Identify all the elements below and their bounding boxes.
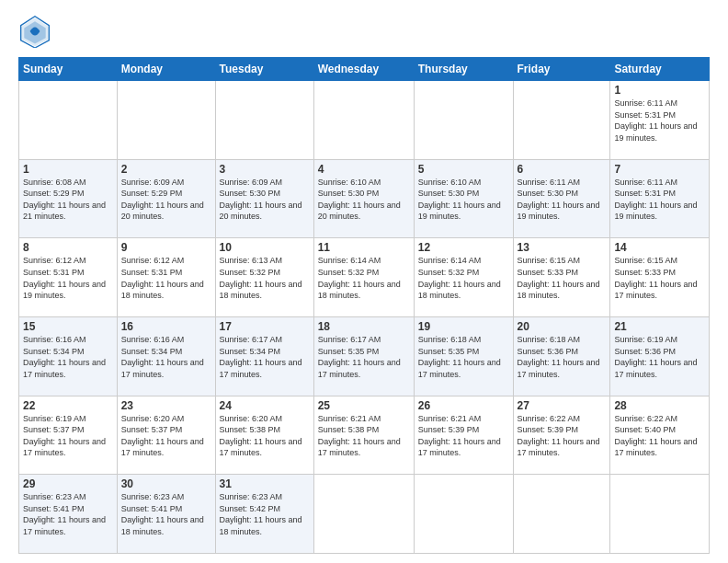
day-info: Sunrise: 6:22 AM Sunset: 5:40 PM Dayligh… [614,413,705,459]
sunset-label: Sunset: 5:30 PM [418,189,480,198]
calendar-cell: 31 Sunrise: 6:23 AM Sunset: 5:42 PM Dayl… [215,475,313,554]
sunset-label: Sunset: 5:32 PM [418,268,480,277]
daylight-label: Daylight: 11 hours and 20 minutes. [318,201,401,222]
sunset-label: Sunset: 5:37 PM [121,425,183,434]
daylight-label: Daylight: 11 hours and 17 minutes. [220,437,302,458]
day-info: Sunrise: 6:18 AM Sunset: 5:35 PM Dayligh… [418,334,509,380]
calendar-cell: 6 Sunrise: 6:11 AM Sunset: 5:30 PM Dayli… [513,159,610,238]
day-number: 7 [614,163,705,176]
daylight-label: Daylight: 11 hours and 18 minutes. [418,280,501,301]
calendar-header-monday: Monday [117,58,215,81]
sunrise-label: Sunrise: 6:22 AM [614,414,677,423]
calendar-week-1: 1 Sunrise: 6:11 AM Sunset: 5:31 PM Dayli… [19,81,710,160]
sunset-label: Sunset: 5:30 PM [220,189,281,198]
calendar-cell [215,81,313,160]
sunrise-label: Sunrise: 6:14 AM [418,256,482,265]
daylight-label: Daylight: 11 hours and 18 minutes. [220,280,302,301]
calendar-cell: 24 Sunrise: 6:20 AM Sunset: 5:38 PM Dayl… [215,396,313,475]
calendar-cell: 8 Sunrise: 6:12 AM Sunset: 5:31 PM Dayli… [19,238,118,317]
daylight-label: Daylight: 11 hours and 17 minutes. [121,437,204,458]
calendar-cell [313,475,414,554]
sunrise-label: Sunrise: 6:19 AM [23,414,86,423]
day-info: Sunrise: 6:09 AM Sunset: 5:29 PM Dayligh… [121,177,211,223]
daylight-label: Daylight: 11 hours and 17 minutes. [614,280,697,301]
header [18,15,710,48]
calendar-header-row: SundayMondayTuesdayWednesdayThursdayFrid… [19,58,710,81]
daylight-label: Daylight: 11 hours and 19 minutes. [614,201,697,222]
calendar-header-friday: Friday [513,58,610,81]
day-number: 24 [220,399,310,412]
calendar-cell: 1 Sunrise: 6:11 AM Sunset: 5:31 PM Dayli… [610,81,710,160]
daylight-label: Daylight: 11 hours and 20 minutes. [121,201,204,222]
day-number: 18 [318,320,410,333]
calendar-cell: 17 Sunrise: 6:17 AM Sunset: 5:34 PM Dayl… [215,316,313,396]
day-info: Sunrise: 6:16 AM Sunset: 5:34 PM Dayligh… [121,334,211,380]
daylight-label: Daylight: 11 hours and 17 minutes. [418,437,501,458]
sunset-label: Sunset: 5:34 PM [121,347,183,356]
daylight-label: Daylight: 11 hours and 17 minutes. [220,358,302,379]
sunrise-label: Sunrise: 6:12 AM [23,256,86,265]
day-number: 5 [418,163,509,176]
sunset-label: Sunset: 5:42 PM [220,504,281,513]
sunrise-label: Sunrise: 6:16 AM [23,335,86,344]
day-number: 8 [23,241,113,254]
sunrise-label: Sunrise: 6:10 AM [418,178,482,187]
calendar-cell [414,81,513,160]
calendar-week-4: 15 Sunrise: 6:16 AM Sunset: 5:34 PM Dayl… [19,316,710,396]
day-number: 21 [614,320,705,333]
sunrise-label: Sunrise: 6:18 AM [418,335,482,344]
calendar-cell [117,81,215,160]
logo-icon [18,15,51,48]
sunrise-label: Sunrise: 6:10 AM [318,178,381,187]
sunset-label: Sunset: 5:33 PM [614,268,676,277]
daylight-label: Daylight: 11 hours and 21 minutes. [23,201,106,222]
calendar-cell: 21 Sunrise: 6:19 AM Sunset: 5:36 PM Dayl… [610,316,710,396]
sunset-label: Sunset: 5:34 PM [220,347,281,356]
sunset-label: Sunset: 5:31 PM [23,268,85,277]
sunset-label: Sunset: 5:38 PM [220,425,281,434]
calendar-cell: 26 Sunrise: 6:21 AM Sunset: 5:39 PM Dayl… [414,396,513,475]
daylight-label: Daylight: 11 hours and 17 minutes. [518,358,600,379]
daylight-label: Daylight: 11 hours and 17 minutes. [23,437,106,458]
calendar-cell [513,475,610,554]
sunset-label: Sunset: 5:40 PM [614,425,676,434]
day-info: Sunrise: 6:12 AM Sunset: 5:31 PM Dayligh… [121,255,211,301]
day-number: 12 [418,241,509,254]
day-number: 26 [418,399,509,412]
sunrise-label: Sunrise: 6:09 AM [121,178,185,187]
day-info: Sunrise: 6:13 AM Sunset: 5:32 PM Dayligh… [220,255,310,301]
day-number: 13 [518,241,607,254]
day-number: 31 [220,477,310,490]
calendar-cell: 5 Sunrise: 6:10 AM Sunset: 5:30 PM Dayli… [414,159,513,238]
calendar-cell: 29 Sunrise: 6:23 AM Sunset: 5:41 PM Dayl… [19,475,118,554]
day-number: 30 [121,477,211,490]
day-info: Sunrise: 6:19 AM Sunset: 5:37 PM Dayligh… [23,413,113,459]
sunrise-label: Sunrise: 6:21 AM [318,414,381,423]
sunset-label: Sunset: 5:31 PM [121,268,183,277]
sunrise-label: Sunrise: 6:13 AM [220,256,283,265]
calendar-cell: 13 Sunrise: 6:15 AM Sunset: 5:33 PM Dayl… [513,238,610,317]
calendar-cell: 9 Sunrise: 6:12 AM Sunset: 5:31 PM Dayli… [117,238,215,317]
calendar-header-wednesday: Wednesday [313,58,414,81]
day-info: Sunrise: 6:12 AM Sunset: 5:31 PM Dayligh… [23,255,113,301]
calendar-header-sunday: Sunday [19,58,118,81]
day-info: Sunrise: 6:21 AM Sunset: 5:38 PM Dayligh… [318,413,410,459]
calendar-cell: 15 Sunrise: 6:16 AM Sunset: 5:34 PM Dayl… [19,316,118,396]
daylight-label: Daylight: 11 hours and 17 minutes. [614,437,697,458]
calendar-cell: 19 Sunrise: 6:18 AM Sunset: 5:35 PM Dayl… [414,316,513,396]
daylight-label: Daylight: 11 hours and 17 minutes. [318,437,401,458]
sunset-label: Sunset: 5:41 PM [23,504,85,513]
day-info: Sunrise: 6:20 AM Sunset: 5:37 PM Dayligh… [121,413,211,459]
sunset-label: Sunset: 5:33 PM [518,268,579,277]
calendar-week-6: 29 Sunrise: 6:23 AM Sunset: 5:41 PM Dayl… [19,475,710,554]
calendar-week-2: 1 Sunrise: 6:08 AM Sunset: 5:29 PM Dayli… [19,159,710,238]
day-info: Sunrise: 6:17 AM Sunset: 5:35 PM Dayligh… [318,334,410,380]
day-info: Sunrise: 6:17 AM Sunset: 5:34 PM Dayligh… [220,334,310,380]
day-number: 19 [418,320,509,333]
sunrise-label: Sunrise: 6:23 AM [121,492,185,501]
daylight-label: Daylight: 11 hours and 17 minutes. [614,358,697,379]
day-info: Sunrise: 6:14 AM Sunset: 5:32 PM Dayligh… [318,255,410,301]
sunrise-label: Sunrise: 6:18 AM [518,335,581,344]
calendar-header-thursday: Thursday [414,58,513,81]
day-number: 16 [121,320,211,333]
